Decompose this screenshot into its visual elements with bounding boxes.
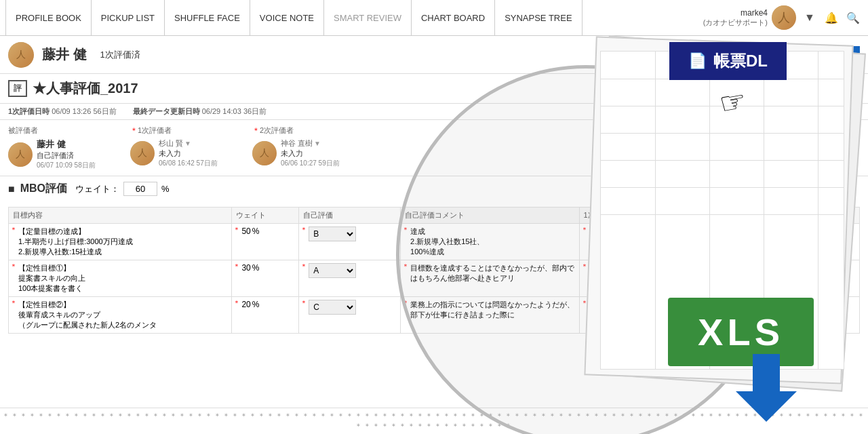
weight-unit: % — [161, 184, 170, 194]
first-eval-dropdown-3[interactable]: BACS — [589, 300, 637, 315]
first-eval-select-1[interactable]: CABS — [584, 226, 677, 241]
self-comment-cell-2: 目標数を達成することはできなかったが、部内ではもちろん他部署へ赴きヒアリ — [401, 260, 580, 297]
nav-profile-book[interactable]: PROFILE BOOK — [5, 0, 92, 36]
col-header-self-eval: 自己評価 — [299, 208, 401, 224]
col-header-target: 目標内容 — [9, 208, 232, 224]
target-cell-1: 【定量目標の達成】 1.半期売り上げ目標:3000万円達成 2.新規導入社数:1… — [9, 224, 232, 260]
second-evaluator-block: ＊2次評価者 人 神谷 直樹 ▼ 未入力 06/06 10:27 59日前 — [252, 125, 374, 170]
first-eval-name: 杉山 賢 ▼ — [159, 138, 218, 149]
second-eval-name: 神谷 直樹 ▼ — [281, 138, 340, 149]
self-eval-dropdown-1[interactable]: BACS — [309, 226, 356, 241]
subject-label: 被評価者 — [8, 125, 130, 136]
first-comment-3: 1名の新規受注出来たの、もう1名については終わった。 — [685, 300, 855, 320]
nav-smart-review[interactable]: SMART REVIEW — [324, 0, 412, 36]
weight-input[interactable] — [123, 182, 157, 196]
subject-eval-avatar: 人 — [8, 142, 33, 167]
first-eval-date-block: 1次評価日時 06/09 13:26 56日前 — [8, 106, 117, 117]
main-content: 人 藤井 健 1次評価済 1次評価 2次評価 評 ★人事評価_2017 1次評価… — [0, 36, 868, 434]
second-eval-button[interactable]: 2次評価 — [818, 46, 860, 63]
second-evaluator-label: ＊2次評価者 — [252, 125, 374, 136]
first-comment-1: 高い目標予算（前年比108%）であったがクリ（予算比120%）できた。 — [685, 226, 855, 247]
weight-cell-1: 50% — [232, 224, 299, 260]
eval-table: 目標内容 ウェイト 自己評価 自己評価コメント 1次評価 1次評価コメント 【定… — [8, 207, 860, 334]
first-eval-cell-2: ABCS — [579, 260, 681, 297]
subject-eval-date: 06/07 10:09 58日前 — [37, 161, 96, 170]
nav-right: marke4 (カオナビサポート) 人 ▼ 🔔 🔍 — [703, 5, 863, 30]
search-icon[interactable]: 🔍 — [844, 8, 863, 27]
table-header-row: 目標内容 ウェイト 自己評価 自己評価コメント 1次評価 1次評価コメント — [9, 208, 860, 224]
second-evaluator-info: 人 神谷 直樹 ▼ 未入力 06/06 10:27 59日前 — [252, 138, 374, 168]
subject-info: 人 藤井 健 自己評価済 06/07 10:09 58日前 — [8, 138, 130, 170]
col-header-first-comment: 1次評価コメント — [681, 208, 860, 224]
self-eval-cell-1: BACS — [299, 224, 401, 260]
col-header-first-eval: 1次評価 — [579, 208, 681, 224]
first-comment-cell-3: 1名の新規受注出来たの、もう1名については終わった。 — [681, 297, 860, 334]
date-row: 1次評価日時 06/09 13:26 56日前 最終データ更新日時 06/29 … — [0, 104, 868, 120]
self-eval-select-1[interactable]: BACS — [303, 226, 396, 241]
nav-icons: ▼ 🔔 🔍 — [800, 8, 863, 27]
notification-icon[interactable]: 🔔 — [822, 8, 841, 27]
second-eval-status-text: 未入力 — [281, 149, 340, 159]
subject-avatar: 人 — [8, 42, 34, 68]
first-eval-avatar: 人 — [130, 141, 155, 165]
first-eval-dropdown-2[interactable]: ABCS — [589, 263, 637, 278]
dropdown-icon[interactable]: ▼ — [800, 8, 819, 27]
self-eval-cell-2: ABCS — [299, 260, 401, 297]
subject-name: 藤井 健 — [42, 45, 87, 64]
last-update-label: 最終データ更新日時 — [133, 107, 200, 115]
weight-cell-3: 20% — [232, 297, 299, 334]
first-eval-face: 人 — [130, 141, 155, 165]
target-cell-2: 【定性目標①】 提案書スキルの向上 100本提案書を書く — [9, 260, 232, 297]
nav-chart-board[interactable]: CHART BOARD — [412, 0, 495, 36]
self-comment-3: 業務上の指示については問題なかったようだが、部下が仕事に行き詰まった際に — [405, 300, 575, 320]
self-eval-dropdown-3[interactable]: CABS — [309, 300, 356, 315]
doc-icon: 📄 — [688, 52, 707, 70]
first-evaluator-info: 人 杉山 賢 ▼ 未入力 06/08 16:42 57日前 — [130, 138, 252, 168]
first-eval-cell-3: BACS — [579, 297, 681, 334]
first-eval-status-text: 未入力 — [159, 149, 218, 159]
target-text-2: 【定性目標①】 提案書スキルの向上 100本提案書を書く — [13, 263, 227, 294]
self-eval-dropdown-2[interactable]: ABCS — [309, 263, 356, 278]
target-text-3: 【定性目標②】 後輩育成スキルのアップ （グループに配属された新人2名のメンタ — [13, 300, 227, 330]
weight-value-2: 30 — [241, 263, 250, 273]
subject-eval-status: 1次評価済 — [100, 49, 140, 61]
last-update-date-value: 06/29 14:03 — [202, 107, 241, 115]
table-row: 【定性目標①】 提案書スキルの向上 100本提案書を書く 30% ABCS — [9, 260, 860, 297]
nav-shuffle-face[interactable]: SHUFFLE FACE — [165, 0, 250, 36]
first-comment-cell-2: なかなか上手くいかなが、 — [681, 260, 860, 297]
self-eval-cell-3: CABS — [299, 297, 401, 334]
subject-face: 人 — [8, 42, 34, 68]
nav-user-sub: (カオナビサポート) — [703, 18, 768, 28]
first-evaluator-block: ＊1次評価者 人 杉山 賢 ▼ 未入力 06/08 16:42 57日前 — [130, 125, 252, 170]
nav-voice-note[interactable]: VOICE NOTE — [250, 0, 324, 36]
second-eval-date: 06/06 10:27 59日前 — [281, 159, 340, 168]
chohyo-dl-button[interactable]: 📄 帳票DL — [669, 42, 787, 80]
top-nav: PROFILE BOOK PICKUP LIST SHUFFLE FACE VO… — [0, 0, 868, 36]
table-row: 【定量目標の達成】 1.半期売り上げ目標:3000万円達成 2.新規導入社数:1… — [9, 224, 860, 260]
mbo-section-title: MBO評価 — [8, 182, 67, 196]
target-cell-3: 【定性目標②】 後輩育成スキルのアップ （グループに配属された新人2名のメンタ — [9, 297, 232, 334]
second-eval-face: 人 — [252, 141, 277, 165]
second-evaluator-details: 神谷 直樹 ▼ 未入力 06/06 10:27 59日前 — [281, 138, 340, 168]
col-header-weight: ウェイト — [232, 208, 299, 224]
nav-synapse-tree[interactable]: SYNAPSE TREE — [495, 0, 582, 36]
target-text-1: 【定量目標の達成】 1.半期売り上げ目標:3000万円達成 2.新規導入社数:1… — [13, 226, 227, 257]
second-eval-avatar: 人 — [252, 141, 277, 165]
mbo-section: MBO評価 ウェイト： % 目標内容 ウェイト 自己評価 自己評価コメント 1次… — [0, 176, 868, 408]
subject-eval-face: 人 — [8, 142, 33, 167]
nav-pickup-list[interactable]: PICKUP LIST — [92, 0, 165, 36]
first-eval-dropdown-1[interactable]: CABS — [589, 226, 637, 241]
form-title: ★人事評価_2017 — [33, 79, 138, 98]
evaluators-row: 被評価者 人 藤井 健 自己評価済 06/07 10:09 58日前 ＊1次評価… — [0, 120, 868, 176]
chohyo-dl-label: 帳票DL — [713, 50, 768, 72]
first-eval-date-label: 1次評価日時 — [8, 107, 50, 115]
first-comment-2: なかなか上手くいかなが、 — [685, 263, 855, 273]
weight-value-1: 50% — [236, 226, 294, 236]
subject-block: 被評価者 人 藤井 健 自己評価済 06/07 10:09 58日前 — [8, 125, 130, 170]
mbo-weight-row: ウェイト： % — [75, 182, 170, 196]
first-eval-date: 06/08 16:42 57日前 — [159, 159, 218, 168]
table-row: 【定性目標②】 後輩育成スキルのアップ （グループに配属された新人2名のメンタ … — [9, 297, 860, 334]
first-evaluator-label: ＊1次評価者 — [130, 125, 252, 136]
first-eval-cell-1: CABS — [579, 224, 681, 260]
weight-label: ウェイト： — [75, 183, 119, 195]
